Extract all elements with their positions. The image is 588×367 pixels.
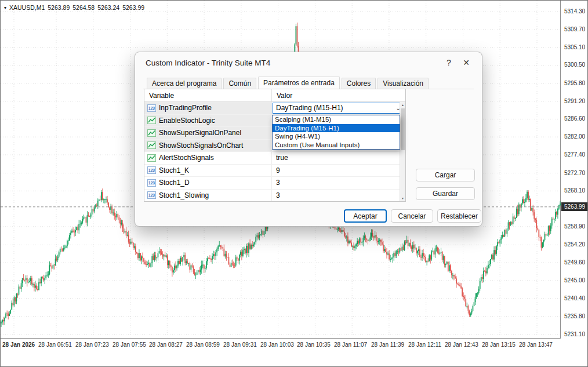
high-price: 5264.58 [72,4,95,11]
dropdown-popup: Scalping (M1-M15)DayTrading (M15-H1)Swin… [272,115,400,150]
time-label: 28 Jan 13:15 [482,341,516,348]
variable-cell[interactable]: EnableStochLogic [144,115,272,127]
time-label: 28 Jan 08:59 [186,341,220,348]
symbol-ohlc-line: ▾ XAUUSD,M1 5263.89 5264.58 5263.24 5263… [4,4,144,11]
column-header-valor: Valor [272,92,405,100]
param-value[interactable]: 9 [272,165,405,177]
scrollbar-thumb[interactable] [401,108,405,150]
tab-colores[interactable]: Colores [342,78,376,89]
tab-acerca-del-programa[interactable]: Acerca del programa [147,78,222,89]
dialog-titlebar[interactable]: Custom Indicator - Trinity Suite MT4 ? ✕ [135,52,482,73]
param-name: Stoch1_Slowing [159,191,209,199]
aceptar-button[interactable]: Aceptar [344,209,387,223]
cancelar-button[interactable]: Cancelar [391,209,433,223]
time-label: 28 Jan 12:11 [408,341,441,348]
dropdown-option[interactable]: DayTrading (M15-H1) [273,124,400,133]
param-row: 123Stoch1_D3 [144,177,405,190]
price-tick-label: 5286.60 [564,115,585,122]
param-name: Stoch1_D [159,179,190,187]
dropdown-option[interactable]: Custom (Use Manual Inputs) [273,141,400,150]
param-value[interactable]: 3 [272,190,405,202]
date-label: 28 Jan 2026 [2,341,35,348]
time-axis: 28 Jan 202628 Jan 06:5128 Jan 07:2328 Ja… [1,339,561,367]
numeric-param-icon: 123 [147,191,156,199]
param-row: 123InpTradingProfileDayTrading (M15-H1)⌄ [144,102,405,115]
time-label: 28 Jan 10:35 [297,341,331,348]
price-tick-label: 5235.80 [564,313,585,319]
current-price-badge: 5263.99 [561,202,588,211]
param-row: AlertStochSignalstrue [144,152,405,165]
variable-cell[interactable]: ShowSuperSignalOnPanel [144,127,272,139]
dropdown-option[interactable]: Swing (H4-W1) [273,132,400,141]
close-price: 5263.99 [122,4,144,11]
variable-cell[interactable]: 123Stoch1_K [144,165,272,177]
price-tick-label: 5231.10 [564,331,585,337]
indicator-dialog: Custom Indicator - Trinity Suite MT4 ? ✕… [135,52,482,227]
price-tick-label: 5254.20 [564,241,585,248]
table-header: Variable Valor [144,89,405,102]
param-row: 123Stoch1_Slowing3 [144,190,405,202]
open-price: 5263.89 [48,4,70,11]
tab-strip: Acerca del programaComúnParámetros de en… [143,77,474,89]
price-tick-label: 5282.00 [564,133,585,140]
price-tick-label: 5291.20 [564,98,585,104]
chart-param-icon [147,117,156,124]
time-label: 28 Jan 07:23 [75,341,109,348]
price-tick-label: 5309.70 [564,26,585,32]
scroll-down-icon[interactable]: ▼ [400,195,405,201]
time-label: 28 Jan 09:31 [223,341,257,348]
cargar-button[interactable]: Cargar [416,169,475,181]
param-row: 123Stoch1_K9 [144,165,405,177]
variable-cell[interactable]: ShowStochSignalsOnChart [144,140,272,152]
time-label: 28 Jan 08:27 [149,341,183,348]
dropdown-option[interactable]: Scalping (M1-M15) [273,115,400,124]
variable-cell[interactable]: 123InpTradingProfile [144,102,272,114]
symbol-dropdown-icon[interactable]: ▾ [4,5,6,10]
price-tick-label: 5300.50 [564,61,585,68]
symbol-label: XAUUSD,M1 [9,4,45,11]
price-tick-label: 5277.40 [564,151,585,158]
value-dropdown[interactable]: DayTrading (M15-H1)⌄ [273,103,404,114]
close-button[interactable]: ✕ [458,56,475,70]
price-tick-label: 5240.40 [564,295,585,301]
mt4-window: ▾ XAUUSD,M1 5263.89 5264.58 5263.24 5263… [0,0,588,367]
time-label: 28 Jan 11:39 [371,341,404,348]
price-tick-label: 5258.90 [564,223,585,230]
tab-par-metros-de-entrada[interactable]: Parámetros de entrada [258,77,340,89]
price-tick-label: 5295.80 [564,80,585,86]
restablecer-button[interactable]: Restablecer [437,209,481,223]
time-label: 28 Jan 07:55 [112,341,146,348]
chart-param-icon [147,129,156,137]
price-tick-label: 5245.00 [564,277,585,284]
time-label: 28 Jan 11:07 [334,341,367,348]
time-label: 28 Jan 06:51 [38,341,72,348]
param-value[interactable]: true [272,152,405,164]
variable-cell[interactable]: AlertStochSignals [144,152,272,164]
tab-visualizaci-n[interactable]: Visualización [378,78,429,89]
price-tick-label: 5272.70 [564,170,585,176]
time-label: 28 Jan 12:43 [445,341,478,348]
price-tick-label: 5268.10 [564,187,585,194]
guardar-button[interactable]: Guardar [416,187,475,200]
param-name: ShowSuperSignalOnPanel [159,129,241,137]
time-label: 28 Jan 13:47 [519,341,553,348]
dialog-title: Custom Indicator - Trinity Suite MT4 [146,59,440,67]
variable-cell[interactable]: 123Stoch1_Slowing [144,190,272,202]
numeric-param-icon: 123 [147,179,156,187]
scroll-up-icon[interactable]: ▲ [400,102,405,108]
variable-cell[interactable]: 123Stoch1_D [144,177,272,189]
help-button[interactable]: ? [440,56,458,70]
table-scrollbar[interactable]: ▲ ▼ [400,102,405,201]
low-price: 5263.24 [97,4,119,11]
param-name: ShowStochSignalsOnChart [159,141,243,150]
price-tick-label: 5314.30 [564,8,585,14]
param-value[interactable]: 3 [272,177,405,189]
time-label: 28 Jan 10:03 [260,341,294,348]
param-name: AlertStochSignals [159,154,214,162]
price-axis: 5263.99 5314.305309.705305.105300.505295… [561,1,588,339]
numeric-param-icon: 123 [147,104,156,112]
param-name: EnableStochLogic [159,117,215,125]
chart-param-icon [147,154,156,162]
chart-param-icon [147,141,156,149]
tab-com-n[interactable]: Común [223,78,256,89]
